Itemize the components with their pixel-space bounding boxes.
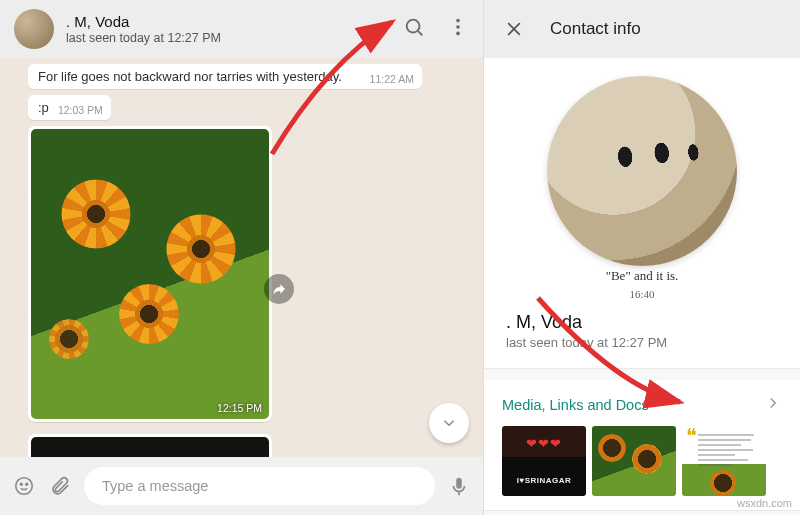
avatar-caption: "Be" and it is. bbox=[484, 268, 800, 284]
message-text: For life goes not backward nor tarries w… bbox=[38, 69, 342, 84]
info-title: Contact info bbox=[550, 19, 641, 39]
chat-title-block[interactable]: . M, Voda last seen today at 12:27 PM bbox=[66, 13, 403, 46]
contact-info-panel: Contact info "Be" and it is. 16:40 . M, … bbox=[484, 0, 800, 515]
microphone-icon[interactable] bbox=[447, 474, 471, 498]
message-text: :p bbox=[38, 100, 49, 115]
contact-name: . M, Voda bbox=[484, 312, 800, 333]
media-thumbnail[interactable] bbox=[592, 426, 676, 496]
emoji-icon[interactable] bbox=[12, 474, 36, 498]
message-time: 12:15 PM bbox=[217, 402, 262, 414]
svg-point-7 bbox=[26, 483, 28, 485]
chat-message-area[interactable]: For life goes not backward nor tarries w… bbox=[0, 58, 484, 457]
contact-avatar-small[interactable] bbox=[14, 9, 54, 49]
contact-name: . M, Voda bbox=[66, 13, 403, 31]
message-time: 11:22 AM bbox=[370, 73, 414, 85]
svg-point-0 bbox=[407, 20, 420, 33]
scroll-to-bottom-button[interactable] bbox=[429, 403, 469, 443]
incoming-image-bubble[interactable]: 12:15 PM bbox=[28, 126, 272, 422]
message-time: 12:03 PM bbox=[58, 104, 103, 116]
chat-header[interactable]: . M, Voda last seen today at 12:27 PM bbox=[0, 0, 484, 58]
close-icon[interactable] bbox=[504, 19, 524, 39]
attach-icon[interactable] bbox=[48, 474, 72, 498]
media-thumbnail[interactable] bbox=[502, 426, 586, 496]
svg-point-4 bbox=[456, 32, 460, 36]
svg-point-2 bbox=[456, 19, 460, 23]
info-header: Contact info bbox=[484, 0, 800, 58]
contact-card: "Be" and it is. 16:40 . M, Voda last see… bbox=[484, 58, 800, 368]
message-photo[interactable] bbox=[31, 129, 269, 419]
search-icon[interactable] bbox=[403, 16, 425, 42]
last-seen-text: last seen today at 12:27 PM bbox=[484, 333, 800, 350]
contact-avatar-large[interactable] bbox=[547, 76, 737, 266]
forward-icon[interactable] bbox=[264, 274, 294, 304]
menu-icon[interactable] bbox=[447, 16, 469, 42]
incoming-text-bubble[interactable]: :p 12:03 PM bbox=[28, 95, 111, 120]
media-thumbnail[interactable] bbox=[682, 426, 766, 496]
watermark: wsxdn.com bbox=[737, 497, 792, 509]
media-links-docs-section[interactable]: Media, Links and Docs bbox=[484, 380, 800, 510]
message-input[interactable] bbox=[84, 467, 435, 505]
svg-rect-8 bbox=[458, 492, 460, 495]
message-photo[interactable] bbox=[31, 437, 269, 457]
media-thumbnails bbox=[502, 426, 782, 496]
svg-point-3 bbox=[456, 25, 460, 29]
last-seen-text: last seen today at 12:27 PM bbox=[66, 31, 403, 46]
svg-point-5 bbox=[16, 478, 33, 495]
media-section-title: Media, Links and Docs bbox=[502, 397, 649, 413]
avatar-caption-sub: 16:40 bbox=[484, 288, 800, 300]
incoming-text-bubble[interactable]: For life goes not backward nor tarries w… bbox=[28, 64, 422, 89]
svg-point-6 bbox=[20, 483, 22, 485]
incoming-image-bubble[interactable] bbox=[28, 434, 272, 457]
message-composer bbox=[0, 457, 484, 515]
chat-pane: . M, Voda last seen today at 12:27 PM Fo… bbox=[0, 0, 484, 515]
svg-line-1 bbox=[418, 31, 422, 35]
chevron-right-icon[interactable] bbox=[764, 394, 782, 416]
